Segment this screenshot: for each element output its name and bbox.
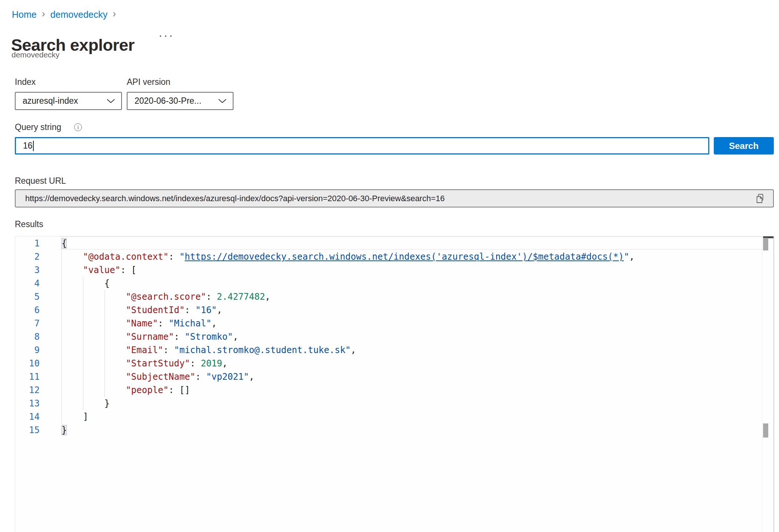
code-token (62, 318, 126, 329)
code-token (62, 385, 126, 395)
editor-code-line: "StudentId": "16", (62, 303, 222, 317)
code-token: "@odata.context" (83, 252, 169, 262)
text-caret (33, 141, 34, 151)
code-token (62, 345, 126, 355)
editor-line-number: 5 (17, 290, 40, 303)
code-token (62, 372, 126, 382)
code-token: : [ (120, 265, 136, 275)
code-token: 2019 (201, 358, 222, 369)
editor-line-number: 1 (17, 237, 40, 250)
breadcrumb-separator-icon: › (42, 8, 45, 20)
editor-line-number: 3 (17, 263, 40, 277)
odata-context-link[interactable]: https://demovedecky.search.windows.net/i… (185, 252, 624, 262)
editor-code-line: "SubjectName": "vp2021", (62, 370, 254, 383)
code-token: " (179, 252, 185, 262)
code-token: " (624, 252, 629, 262)
breadcrumb-link-demovedecky[interactable]: demovedecky (50, 9, 107, 20)
editor-code-line: "value": [ (62, 263, 136, 277)
breadcrumb-link-home[interactable]: Home (12, 9, 37, 20)
code-token: : (174, 332, 185, 342)
editor-line-number: 8 (17, 330, 40, 343)
editor-code-line: } (62, 423, 67, 437)
code-token: "StudentId" (126, 305, 185, 315)
code-token (62, 305, 126, 315)
code-token: : (206, 292, 217, 302)
code-token (62, 252, 83, 262)
page-subtitle: demovedecky (11, 50, 60, 59)
results-label: Results (15, 219, 43, 229)
query-string-label: Query string (15, 122, 61, 132)
api-version-dropdown[interactable]: 2020-06-30-Pre... (127, 92, 233, 110)
editor-line-number: 6 (17, 303, 40, 317)
editor-code-line: "StartStudy": 2019, (62, 357, 228, 370)
code-token: 2.4277482 (217, 292, 265, 302)
editor-code-line: "Email": "michal.stromko@.student.tuke.s… (62, 343, 356, 357)
code-token: : (158, 318, 169, 329)
editor-line-number: 14 (17, 410, 40, 423)
code-token: "SubjectName" (126, 372, 195, 382)
editor-line-number: 4 (17, 277, 40, 290)
info-icon[interactable]: i (74, 123, 82, 131)
index-label: Index (15, 77, 36, 87)
editor-overview-ruler (762, 236, 762, 532)
code-token: { (62, 238, 67, 249)
code-token: } (62, 425, 67, 435)
code-token: : (185, 305, 195, 315)
index-dropdown[interactable]: azuresql-index (15, 92, 122, 110)
copy-icon[interactable] (755, 193, 765, 204)
code-token: : (169, 252, 179, 262)
code-token: "Name" (126, 318, 158, 329)
editor-code-line: ] (62, 410, 88, 423)
code-token: , (249, 372, 254, 382)
editor-code-line: "@odata.context": "https://demovedecky.s… (62, 250, 634, 263)
code-token: "StartStudy" (126, 358, 190, 369)
code-token: "Surname" (126, 332, 174, 342)
code-token: "@search.score" (126, 292, 206, 302)
code-token: : (163, 345, 174, 355)
editor-code-line: "people": [] (62, 383, 190, 397)
code-token (62, 265, 83, 275)
code-token: "16" (195, 305, 217, 315)
index-dropdown-value: azuresql-index (16, 96, 106, 106)
code-token: , (351, 345, 356, 355)
editor-code-line: { (62, 277, 110, 290)
chevron-down-icon (218, 99, 227, 104)
code-token: } (62, 398, 110, 409)
more-menu-button[interactable]: ··· (159, 30, 174, 41)
query-string-input[interactable]: 16 (15, 137, 709, 154)
query-string-value: 16 (16, 141, 33, 151)
request-url-label: Request URL (15, 176, 66, 186)
request-url-bar: https://demovedecky.search.windows.net/i… (15, 189, 774, 207)
api-version-label: API version (127, 77, 170, 87)
editor-line-number-gutter: 123456789101112131415 (15, 237, 62, 532)
code-token (62, 358, 126, 369)
chevron-down-icon (106, 99, 115, 104)
code-token: , (217, 305, 222, 315)
request-url-value: https://demovedecky.search.windows.net/i… (16, 194, 755, 203)
code-token: , (629, 252, 634, 262)
editor-code-area[interactable]: { "@odata.context": "https://demovedecky… (62, 237, 762, 532)
api-version-dropdown-value: 2020-06-30-Pre... (127, 96, 218, 106)
code-token: "people" (126, 385, 169, 395)
code-token: { (62, 278, 110, 289)
editor-current-line-highlight (59, 236, 762, 250)
editor-line-number: 15 (17, 423, 40, 437)
code-token: : (195, 372, 206, 382)
code-token: "vp2021" (206, 372, 249, 382)
search-button[interactable]: Search (714, 137, 774, 154)
editor-scrollbar-thumb[interactable] (763, 238, 768, 250)
editor-line-number: 2 (17, 250, 40, 263)
code-token: "Stromko" (185, 332, 233, 342)
editor-code-line: "Name": "Michal", (62, 317, 217, 330)
breadcrumb-separator-icon: › (113, 8, 116, 20)
editor-line-number: 12 (17, 383, 40, 397)
code-token (62, 292, 126, 302)
breadcrumb: Home › demovedecky › (12, 9, 121, 20)
editor-code-line: "@search.score": 2.4277482, (62, 290, 271, 303)
editor-line-number: 13 (17, 397, 40, 410)
editor-code-line: "Surname": "Stromko", (62, 330, 238, 343)
code-token: : (190, 358, 201, 369)
code-token: "michal.stromko@.student.tuke.sk" (174, 345, 351, 355)
results-json-editor[interactable]: 123456789101112131415 { "@odata.context"… (15, 236, 774, 532)
code-token: , (212, 318, 217, 329)
